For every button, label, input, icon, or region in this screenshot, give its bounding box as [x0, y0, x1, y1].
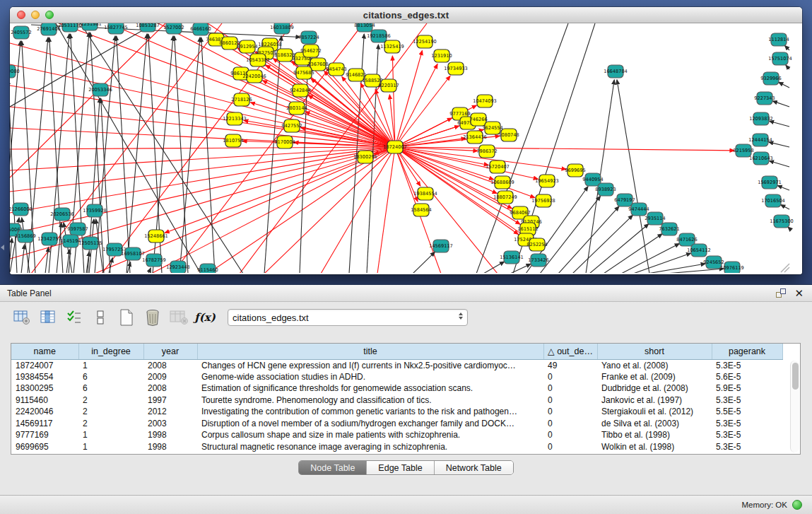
table-cell[interactable]: 1998: [143, 429, 197, 441]
graph-node[interactable]: 2718126: [231, 93, 252, 106]
float-panel-icon[interactable]: [776, 288, 786, 298]
graph-edge-red[interactable]: [10, 147, 395, 149]
graph-edge-red[interactable]: [377, 147, 395, 273]
table-row[interactable]: 969969511998Structural magnetic resonanc…: [11, 441, 782, 453]
graph-node[interactable]: 9699695: [565, 164, 585, 177]
graph-node[interactable]: 19734933: [444, 62, 468, 75]
graph-node[interactable]: 8454743: [326, 63, 346, 76]
table-cell[interactable]: Franke et al. (2009): [597, 371, 712, 383]
graph-node[interactable]: 9397587: [67, 223, 88, 235]
table-cell[interactable]: Tibbo et al. (1998): [597, 429, 712, 441]
column-header-3[interactable]: title: [197, 344, 543, 359]
graph-node[interactable]: 17359928: [83, 204, 107, 217]
network-graph[interactable]: 2405572276914062053117011251981158277451…: [10, 23, 801, 273]
graph-edge[interactable]: [769, 160, 789, 167]
table-row[interactable]: 911546021997Tourette syndrome. Phenomeno…: [11, 395, 782, 407]
table-cell[interactable]: 1997: [143, 452, 197, 455]
graph-node[interactable]: 9170004: [274, 136, 295, 148]
graph-edge[interactable]: [117, 36, 130, 273]
graph-edge[interactable]: [779, 82, 789, 88]
table-cell[interactable]: Nakamura et al. (1997): [597, 452, 712, 455]
graph-node[interactable]: 1156869: [15, 230, 35, 243]
table-cell[interactable]: 2: [78, 418, 143, 430]
table-row[interactable]: 1938455462009Genome-wide association stu…: [11, 371, 782, 383]
graph-edge[interactable]: [300, 46, 309, 273]
graph-edge[interactable]: [772, 101, 789, 107]
graph-node[interactable]: 1584564: [411, 204, 431, 216]
graph-node[interactable]: 1112814: [768, 33, 789, 46]
graph-edge[interactable]: [413, 252, 435, 273]
table-cell[interactable]: 5.3E-5: [712, 418, 782, 430]
graph-edge[interactable]: [558, 206, 619, 273]
graph-node[interactable]: 9242844: [290, 84, 310, 97]
column-checklist-icon[interactable]: [64, 307, 85, 328]
graph-node[interactable]: 21266008: [10, 203, 33, 216]
table-row[interactable]: 1830029562008Estimation of significance …: [11, 382, 782, 395]
table-cell[interactable]: 1: [78, 441, 143, 453]
tab-network-table[interactable]: Network Table: [435, 461, 513, 474]
table-cell[interactable]: 0: [543, 418, 597, 430]
table-cell[interactable]: 14569117: [11, 418, 78, 430]
window-titlebar[interactable]: citations_edges.txt: [10, 7, 802, 23]
table-cell[interactable]: Tourette syndrome. Phenomenology and cla…: [197, 395, 543, 407]
table-cell[interactable]: Disruption of a novel member of a sodium…: [197, 418, 543, 430]
graph-edge-red[interactable]: [10, 147, 395, 234]
table-row[interactable]: 1456911722003Disruption of a novel membe…: [11, 418, 782, 430]
graph-node[interactable]: 19384554: [413, 187, 437, 200]
table-cell[interactable]: Wolkin et al. (1998): [597, 441, 712, 453]
table-cell[interactable]: 5.3E-5: [712, 452, 782, 455]
graph-edge-red[interactable]: [208, 147, 395, 273]
graph-node[interactable]: 9329966: [760, 72, 781, 85]
table-cell[interactable]: 9699695: [11, 441, 78, 453]
table-cell[interactable]: 1997: [143, 395, 197, 407]
graph-edge-red[interactable]: [395, 76, 450, 147]
graph-edge[interactable]: [777, 185, 789, 190]
graph-node[interactable]: 12093832: [749, 112, 773, 125]
graph-node[interactable]: 7632621: [659, 223, 679, 235]
graph-edge[interactable]: [483, 262, 505, 273]
graph-node[interactable]: 16210643: [749, 152, 773, 165]
table-cell[interactable]: 2: [78, 395, 143, 407]
function-builder-icon[interactable]: ƒ(x): [194, 307, 216, 328]
network-canvas[interactable]: 2405572276914062053117011251981158277451…: [10, 23, 801, 273]
graph-edge-red[interactable]: [10, 64, 395, 147]
table-row[interactable]: 1872400712008Changes of HCN gene express…: [11, 359, 782, 371]
table-cell[interactable]: 2: [78, 406, 143, 418]
table-cell[interactable]: 0: [543, 371, 597, 383]
graph-edge[interactable]: [45, 247, 49, 273]
graph-edge[interactable]: [95, 36, 115, 273]
graph-node[interactable]: 9474444: [628, 203, 649, 216]
graph-node[interactable]: 15692971: [758, 176, 782, 189]
table-cell[interactable]: 5.3E-5: [712, 395, 782, 407]
graph-node[interactable]: 9115460: [197, 264, 218, 273]
table-cell[interactable]: 0: [543, 452, 597, 455]
graph-edge-red[interactable]: [395, 64, 437, 147]
table-cell[interactable]: de Silva et al. (2003): [597, 418, 712, 430]
graph-node[interactable]: 2935114: [645, 212, 665, 225]
graph-node[interactable]: 8220317: [378, 79, 399, 92]
graph-edge[interactable]: [572, 215, 632, 273]
delete-table-icon[interactable]: [168, 307, 189, 328]
graph-edge[interactable]: [604, 234, 662, 273]
table-cell[interactable]: 18724007: [11, 359, 78, 371]
table-cell[interactable]: 5.3E-5: [712, 441, 782, 453]
graph-node[interactable]: 15248661: [144, 230, 168, 243]
graph-node[interactable]: 1810754: [223, 134, 243, 147]
tab-node-table[interactable]: Node Table: [299, 461, 367, 474]
graph-node[interactable]: 1231910: [431, 49, 452, 62]
graph-node[interactable]: 7857224: [298, 31, 319, 44]
table-cell[interactable]: 2012: [143, 406, 197, 418]
table-cell[interactable]: 1: [78, 452, 143, 455]
table-cell[interactable]: 49: [543, 359, 597, 371]
delete-column-icon[interactable]: [142, 307, 163, 328]
table-cell[interactable]: Stergiakouli et al. (2012): [597, 406, 712, 418]
table-cell[interactable]: Changes of HCN gene expression and I(f) …: [197, 359, 543, 371]
graph-node[interactable]: 12342757: [37, 233, 61, 245]
column-header-2[interactable]: year: [143, 344, 197, 359]
graph-edge-red[interactable]: [395, 147, 734, 151]
table-cell[interactable]: 9115460: [11, 395, 78, 407]
table-cell[interactable]: 1998: [143, 441, 197, 453]
window-resize-grip[interactable]: [781, 264, 789, 272]
graph-edge[interactable]: [22, 218, 30, 273]
graph-node[interactable]: 6466160: [190, 23, 211, 35]
